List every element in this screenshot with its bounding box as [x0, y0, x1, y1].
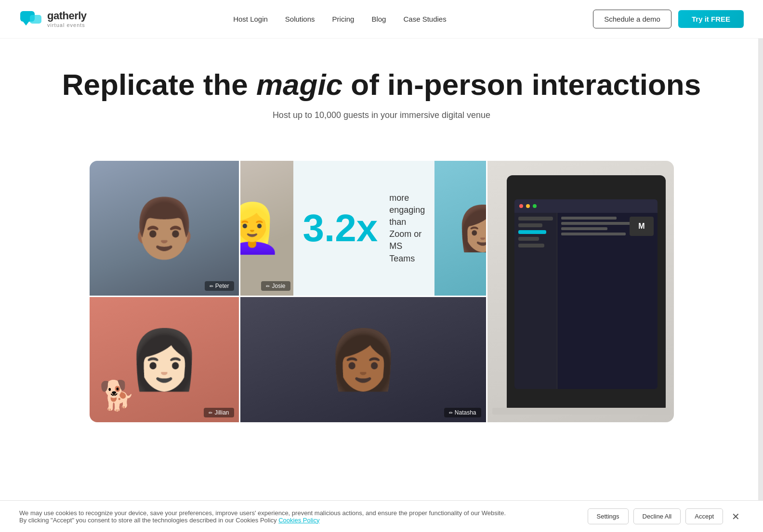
mosaic-grid: 👨🏽 ✏ Peter 👱‍♀️ ✏ Josie 3.2x more engagi… — [90, 161, 674, 422]
logo-text: gatherly virtual events — [47, 10, 87, 27]
hero-section: Replicate the magic of in-person interac… — [0, 39, 763, 161]
pencil-icon: ✏ — [210, 284, 213, 289]
schedule-demo-button[interactable]: Schedule a demo — [593, 10, 671, 28]
photo-josie: 👱‍♀️ ✏ Josie — [240, 161, 293, 296]
photo-laptop: M — [487, 161, 674, 422]
dog-icon: 🐕 — [99, 378, 135, 413]
pencil-icon-jillian: ✏ — [209, 410, 212, 415]
natasha-badge: ✏ Natasha — [444, 408, 481, 417]
nav-actions: Schedule a demo Try it FREE — [593, 10, 744, 28]
stat-card: 3.2x more engaging than Zoom or MS Teams — [293, 161, 435, 296]
photo-natasha: 👩🏾 ✏ Natasha — [240, 297, 486, 422]
navbar: gatherly virtual events Host Login Solut… — [0, 0, 763, 39]
peter-face: 👨🏽 — [90, 161, 239, 296]
try-free-button[interactable]: Try it FREE — [678, 10, 744, 28]
nav-case-studies[interactable]: Case Studies — [403, 15, 446, 23]
scrollbar[interactable] — [758, 0, 763, 422]
stat-number: 3.2x — [303, 209, 378, 247]
josie-badge: ✏ Josie — [261, 281, 290, 291]
nav-host-login[interactable]: Host Login — [233, 15, 268, 23]
nav-solutions[interactable]: Solutions — [285, 15, 315, 23]
nav-blog[interactable]: Blog — [371, 15, 386, 23]
mid-top-cell: 👱‍♀️ ✏ Josie 3.2x more engaging than Zoo… — [240, 161, 486, 296]
svg-marker-1 — [23, 22, 29, 26]
photo-jillian: 👩🏻 🐕 ✏ Jillian — [90, 297, 239, 422]
natasha-face: 👩🏾 — [240, 297, 486, 422]
nav-links: Host Login Solutions Pricing Blog Case S… — [233, 15, 447, 23]
peter-name: Peter — [215, 283, 229, 289]
photo-peter: 👨🏽 ✏ Peter — [90, 161, 239, 296]
logo-icon — [19, 10, 42, 28]
avatar-face: 👩🏽 — [434, 161, 486, 296]
hero-subtitle: Host up to 10,000 guests in your immersi… — [19, 110, 744, 120]
josie-face: 👱‍♀️ — [240, 161, 293, 296]
pencil-icon-natasha: ✏ — [449, 410, 453, 415]
logo-sub: virtual events — [47, 22, 87, 28]
natasha-name: Natasha — [455, 409, 476, 416]
peter-badge: ✏ Peter — [205, 281, 234, 291]
photo-avatar: 👩🏽 — [434, 161, 486, 296]
pencil-icon-josie: ✏ — [266, 284, 270, 289]
stat-description: more engaging than Zoom or MS Teams — [389, 192, 425, 265]
jillian-badge: ✏ Jillian — [204, 408, 234, 417]
hero-title: Replicate the magic of in-person interac… — [19, 67, 744, 102]
logo-name: gatherly — [47, 10, 87, 22]
logo[interactable]: gatherly virtual events — [19, 10, 87, 28]
svg-rect-2 — [30, 15, 41, 24]
stat-inner: 3.2x more engaging than Zoom or MS Teams — [303, 192, 425, 265]
jillian-name: Jillian — [214, 409, 229, 416]
nav-pricing[interactable]: Pricing — [332, 15, 355, 23]
josie-name: Josie — [272, 283, 285, 289]
